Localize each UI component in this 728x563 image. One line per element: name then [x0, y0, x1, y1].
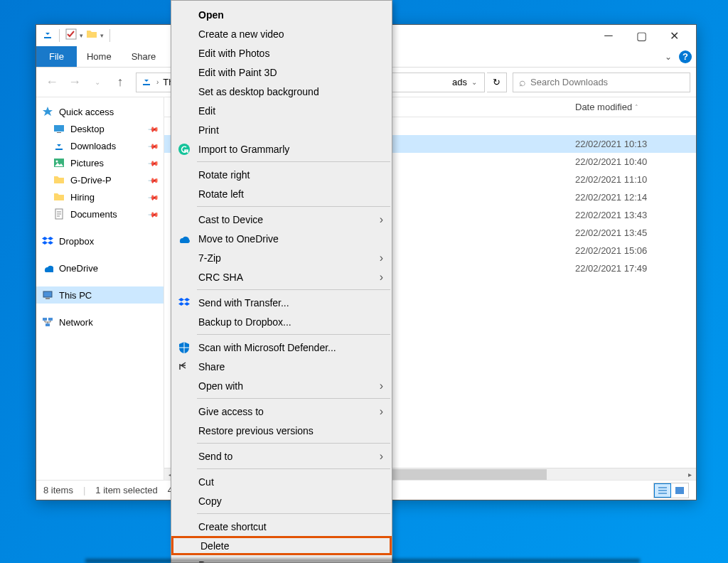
forward-button[interactable]: → — [65, 73, 85, 92]
chevron-right-icon[interactable]: › — [154, 78, 161, 86]
menu-item-backup-to-dropbox[interactable]: Backup to Dropbox... — [171, 312, 392, 331]
menu-item-import-to-grammarly[interactable]: Import to Grammarly — [171, 139, 392, 159]
help-icon[interactable]: ? — [679, 50, 692, 63]
sidebar-quick-access[interactable]: Quick access — [36, 103, 164, 120]
onedrive-icon — [178, 232, 191, 245]
menu-item-cut[interactable]: Cut — [171, 472, 392, 491]
menu-item-rotate-right[interactable]: Rotate right — [171, 165, 392, 184]
defender-icon — [178, 341, 191, 354]
folder-icon — [86, 28, 97, 43]
menu-item-rotate-left[interactable]: Rotate left — [171, 184, 392, 203]
sidebar-label: Network — [59, 317, 93, 328]
context-menu: OpenCreate a new videoEdit with PhotosEd… — [171, 0, 392, 563]
menu-separator — [197, 443, 390, 444]
sidebar-item-desktop[interactable]: Desktop📌 — [36, 120, 164, 137]
menu-item-give-access-to[interactable]: Give access to› — [171, 402, 392, 421]
sidebar-item-documents[interactable]: Documents📌 — [36, 205, 164, 222]
up-button[interactable]: ↑ — [110, 73, 130, 92]
back-button[interactable]: ← — [42, 73, 62, 92]
menu-item-create-a-new-video[interactable]: Create a new video — [171, 24, 392, 43]
dropbox-icon — [178, 296, 191, 309]
menu-item-7-zip[interactable]: 7-Zip› — [171, 248, 392, 267]
chevron-down-icon[interactable]: ⌄ — [665, 52, 672, 62]
search-box[interactable]: ⌕ — [513, 73, 690, 92]
column-header-date[interactable]: Date modified ˄ — [575, 102, 696, 112]
sidebar-item-hiring[interactable]: Hiring📌 — [36, 188, 164, 205]
svg-rect-10 — [46, 323, 50, 326]
sidebar-item-label: Downloads — [70, 141, 116, 151]
menu-item-label: Edit with Photos — [198, 48, 269, 59]
menu-item-edit[interactable]: Edit — [171, 101, 392, 120]
refresh-button[interactable]: ↻ — [487, 73, 507, 92]
close-button[interactable]: ✕ — [658, 25, 690, 46]
sidebar-item-pictures[interactable]: Pictures📌 — [36, 154, 164, 171]
svg-point-4 — [56, 161, 58, 163]
menu-item-copy[interactable]: Copy — [171, 491, 392, 510]
sidebar-item-g-drive-p[interactable]: G-Drive-P📌 — [36, 171, 164, 188]
tab-share[interactable]: Share — [122, 46, 166, 67]
svg-point-28 — [178, 144, 190, 155]
dropbox-icon — [42, 235, 53, 247]
sidebar-this-pc[interactable]: This PC — [36, 286, 164, 304]
menu-item-print[interactable]: Print — [171, 120, 392, 139]
menu-item-edit-with-photos[interactable]: Edit with Photos — [171, 43, 392, 63]
menu-item-label: Scan with Microsoft Defender... — [198, 342, 336, 353]
menu-item-create-shortcut[interactable]: Create shortcut — [171, 517, 392, 536]
menu-item-label: Edit with Paint 3D — [198, 67, 277, 78]
sidebar-onedrive[interactable]: OneDrive — [36, 259, 164, 277]
menu-item-send-to[interactable]: Send to› — [171, 446, 392, 466]
onedrive-icon — [42, 262, 53, 274]
minimize-button[interactable]: ─ — [592, 25, 625, 46]
menu-separator — [197, 334, 390, 335]
taskbar-shadow — [85, 559, 640, 563]
menu-item-share[interactable]: Share — [171, 357, 392, 376]
navigation-pane: Quick access Desktop📌Downloads📌Pictures📌… — [36, 97, 164, 480]
file-date: 22/02/2021 10:13 — [575, 139, 696, 149]
download-icon — [141, 75, 152, 89]
recent-dropdown[interactable]: ⌄ — [87, 73, 107, 92]
sidebar-network[interactable]: Network — [36, 313, 164, 331]
menu-item-label: Open — [198, 9, 224, 21]
maximize-button[interactable]: ▢ — [625, 25, 658, 46]
sidebar-dropbox[interactable]: Dropbox — [36, 232, 164, 250]
file-date: 22/02/2021 15:06 — [575, 245, 696, 256]
view-details-button[interactable] — [654, 483, 671, 498]
search-input[interactable] — [530, 77, 684, 87]
status-selection: 1 item selected — [95, 485, 157, 495]
scroll-right-button[interactable]: ▸ — [684, 468, 696, 481]
menu-item-label: Give access to — [198, 406, 264, 417]
menu-item-edit-with-paint-3d[interactable]: Edit with Paint 3D — [171, 63, 392, 82]
menu-item-move-to-onedrive[interactable]: Move to OneDrive — [171, 229, 392, 248]
menu-item-delete[interactable]: Delete — [171, 536, 392, 555]
menu-item-set-as-desktop-background[interactable]: Set as desktop background — [171, 82, 392, 101]
svg-rect-2 — [57, 132, 61, 133]
breadcrumb-segment[interactable]: ads — [452, 77, 467, 87]
dropdown-icon[interactable]: ▾ — [80, 32, 83, 39]
menu-item-scan-with-microsoft-defender[interactable]: Scan with Microsoft Defender... — [171, 338, 392, 357]
menu-item-cast-to-device[interactable]: Cast to Device› — [171, 210, 392, 229]
menu-separator — [197, 161, 390, 162]
menu-item-open-with[interactable]: Open with› — [171, 376, 392, 395]
checkbox-icon[interactable] — [65, 28, 77, 43]
window-controls: ─ ▢ ✕ — [592, 25, 690, 46]
submenu-arrow-icon: › — [380, 271, 383, 284]
menu-item-crc-sha[interactable]: CRC SHA› — [171, 267, 392, 286]
menu-separator — [197, 206, 390, 207]
tab-file[interactable]: File — [36, 46, 77, 67]
menu-item-send-with-transfer[interactable]: Send with Transfer... — [171, 293, 392, 312]
sort-indicator-icon: ˄ — [635, 104, 638, 111]
submenu-arrow-icon: › — [380, 213, 383, 226]
menu-item-open[interactable]: Open — [171, 5, 392, 24]
dropdown-icon[interactable]: ▾ — [100, 32, 104, 39]
menu-item-restore-previous-versions[interactable]: Restore previous versions — [171, 421, 392, 440]
tab-home[interactable]: Home — [77, 46, 122, 67]
folder-icon — [53, 191, 65, 203]
svg-rect-7 — [46, 298, 50, 299]
sidebar-item-downloads[interactable]: Downloads📌 — [36, 137, 164, 154]
view-thumbnails-button[interactable] — [671, 483, 688, 498]
pin-icon: 📌 — [148, 191, 159, 203]
chevron-down-icon[interactable]: ⌄ — [469, 78, 480, 86]
pictures-icon — [53, 157, 65, 168]
computer-icon — [42, 289, 53, 301]
view-toggles — [653, 483, 689, 498]
